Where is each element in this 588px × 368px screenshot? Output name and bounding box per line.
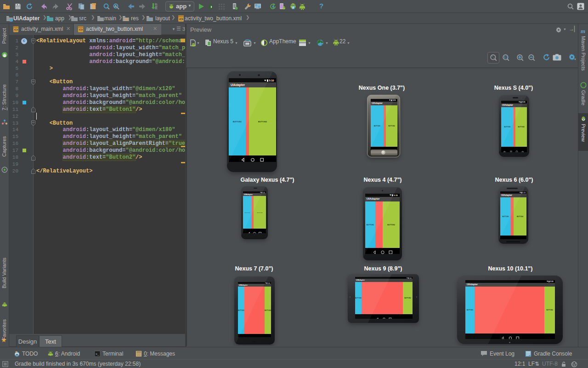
svg-text:01: 01 <box>155 7 158 10</box>
svg-text:5:10: 5:10 <box>269 79 274 82</box>
svg-text:5:10: 5:10 <box>523 192 526 194</box>
svg-text:5:10: 5:10 <box>394 194 398 196</box>
svg-text:>_: >_ <box>96 352 100 356</box>
svg-text:5:10: 5:10 <box>392 99 396 101</box>
svg-text:5:10: 5:10 <box>522 101 525 103</box>
svg-text:<>: <> <box>14 28 18 32</box>
svg-text:<>: <> <box>79 28 83 32</box>
svg-text:5:10: 5:10 <box>550 281 553 282</box>
svg-text:<>: <> <box>179 17 183 21</box>
svg-text:A: A <box>114 4 117 8</box>
svg-text:1:1: 1:1 <box>504 56 509 59</box>
